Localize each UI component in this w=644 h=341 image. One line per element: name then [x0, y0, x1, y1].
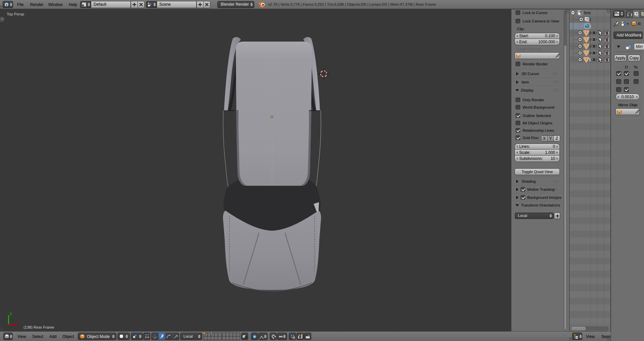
svg-text:i: i	[6, 3, 7, 7]
